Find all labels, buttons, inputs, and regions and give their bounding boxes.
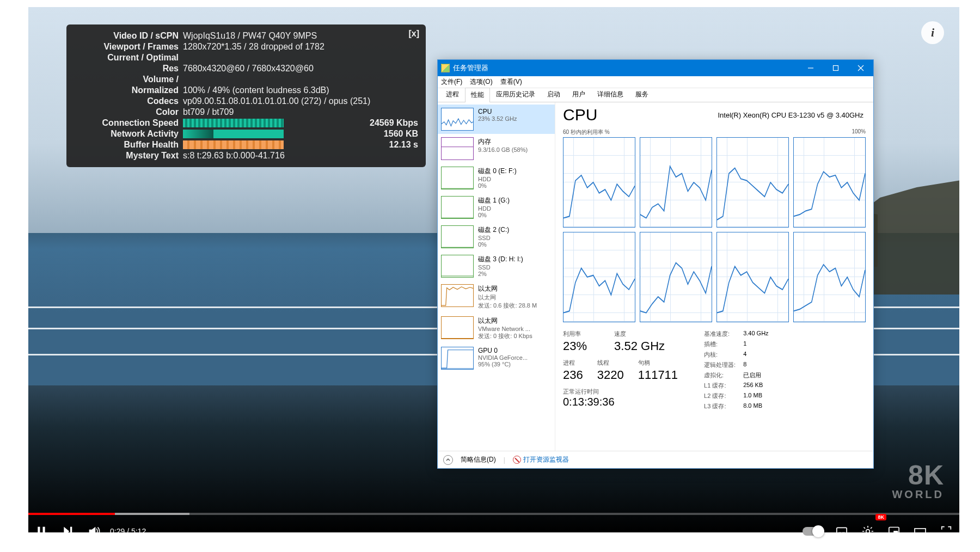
performance-list[interactable]: CPU23% 3.52 GHz内存9.3/16.0 GB (58%)磁盘 0 (…	[438, 102, 555, 451]
menu-item[interactable]: 选项(O)	[470, 77, 492, 87]
close-button[interactable]	[848, 60, 873, 76]
perf-item-1[interactable]: 内存9.3/16.0 GB (58%)	[438, 134, 555, 163]
pause-button[interactable]	[28, 518, 54, 544]
menu-item[interactable]: 查看(V)	[500, 77, 522, 87]
perf-thumb	[441, 167, 474, 189]
stat-value: 111711	[638, 368, 678, 382]
minimize-button[interactable]	[798, 60, 823, 76]
cpu-core-4	[563, 232, 635, 322]
perf-text: 磁盘 0 (E: F:)HDD0%	[478, 167, 517, 189]
perf-sub: 23% 3.52 GHz	[478, 115, 517, 122]
resmon-label[interactable]: 打开资源监视器	[523, 455, 569, 464]
perf-thumb	[441, 255, 474, 278]
perf-text: GPU 0NVIDIA GeForce...95% (39 °C)	[478, 347, 528, 367]
fullscreen-button[interactable]	[933, 518, 959, 544]
stats-close-button[interactable]: [x]	[408, 29, 419, 39]
perf-sub: HDD	[478, 176, 517, 182]
cpu-name: Intel(R) Xeon(R) CPU E3-1230 v5 @ 3.40GH…	[718, 111, 863, 119]
titlebar[interactable]: 任务管理器	[438, 60, 873, 76]
stats-for-nerds: [x] Video ID / sCPNWjopIqS1u18 / PW47 Q4…	[66, 24, 426, 167]
perf-title: GPU 0	[478, 347, 528, 354]
chart-label-left: 60 秒内的利用率 %	[563, 128, 610, 136]
menu-item[interactable]: 文件(F)	[441, 77, 462, 87]
stat-val: 256 KB	[743, 382, 768, 390]
chart-label-right: 100%	[852, 128, 866, 136]
time-display: 0:29 / 5:12	[110, 527, 146, 536]
seek-bar[interactable]	[28, 513, 959, 515]
stat-value: 236	[563, 368, 583, 382]
maximize-button[interactable]	[823, 60, 848, 76]
perf-title: CPU	[478, 108, 517, 115]
tab-1[interactable]: 性能	[465, 88, 490, 102]
perf-item-8[interactable]: GPU 0NVIDIA GeForce...95% (39 °C)	[438, 344, 555, 373]
tab-5[interactable]: 详细信息	[591, 87, 629, 102]
stats-label: Mystery Text	[74, 151, 183, 161]
svg-rect-4	[838, 532, 841, 533]
stats-sparkline	[183, 140, 284, 149]
stat-key: 虚拟化:	[704, 371, 736, 379]
cpu-stats-left: 利用率速度23%3.52 GHz进程线程句柄2363220111711正常运行时…	[563, 330, 678, 410]
video-info-button[interactable]: i	[921, 21, 944, 44]
miniplayer-button[interactable]	[881, 518, 907, 544]
perf-thumb	[441, 347, 474, 370]
tab-0[interactable]: 进程	[440, 87, 465, 102]
perf-sub: NVIDIA GeForce...	[478, 354, 528, 361]
perf-sub2: 0%	[478, 182, 517, 189]
seek-played	[28, 513, 115, 515]
stat-val: 3.40 GHz	[743, 330, 768, 338]
perf-sub2: 发送: 0 接收: 0 Kbps	[478, 332, 532, 340]
resmon-disabled-icon	[513, 456, 521, 464]
tab-3[interactable]: 启动	[541, 87, 566, 102]
perf-item-6[interactable]: 以太网以太网发送: 0.6 接收: 28.8 M	[438, 281, 555, 313]
stats-label: Buffer Health	[74, 140, 183, 150]
stats-tail: 24569 Kbps	[370, 118, 418, 128]
uptime-label: 正常运行时间	[563, 388, 678, 396]
player-controls: 0:29 / 5:12 8K	[28, 517, 959, 545]
task-manager-window[interactable]: 任务管理器 文件(F)选项(O)查看(V) 进程性能应用历史记录启动用户详细信息…	[437, 59, 874, 469]
perf-sub2: 95% (39 °C)	[478, 361, 528, 367]
svg-rect-5	[842, 532, 845, 533]
tab-2[interactable]: 应用历史记录	[490, 87, 541, 102]
resource-monitor-link[interactable]: 打开资源监视器	[513, 455, 569, 464]
less-details-button[interactable]: 简略信息(D)	[461, 455, 496, 464]
stat-val: 8.0 MB	[743, 402, 768, 410]
video-watermark: 8K WORLD	[892, 462, 944, 500]
stat-label: 速度	[614, 330, 678, 338]
stats-value: 7680x4320@60 / 7680x4320@60	[183, 64, 418, 73]
svg-rect-0	[38, 527, 40, 536]
stat-value: 23%	[563, 339, 600, 353]
stat-key: 基准速度:	[704, 330, 736, 338]
perf-item-3[interactable]: 磁盘 1 (G:)HDD0%	[438, 193, 555, 222]
stat-key: L2 缓存:	[704, 392, 736, 400]
perf-text: 磁盘 1 (G:)HDD0%	[478, 196, 510, 218]
next-button[interactable]	[54, 518, 81, 544]
perf-text: 磁盘 2 (C:)SSD0%	[478, 225, 509, 248]
settings-button[interactable]: 8K	[855, 518, 881, 544]
stats-value: 1280x720*1.35 / 28 dropped of 1782	[183, 42, 418, 52]
stats-label: Network Activity	[74, 129, 183, 139]
stats-value: bt709 / bt709	[183, 107, 418, 117]
perf-thumb	[441, 316, 474, 339]
stats-tail: 1560 KB	[384, 129, 418, 139]
app-icon	[441, 64, 450, 72]
quality-badge: 8K	[875, 514, 886, 520]
perf-item-0[interactable]: CPU23% 3.52 GHz	[438, 105, 555, 134]
tab-bar: 进程性能应用历史记录启动用户详细信息服务	[438, 88, 873, 102]
tab-4[interactable]: 用户	[566, 87, 591, 102]
stat-val: 4	[743, 351, 768, 359]
perf-item-7[interactable]: 以太网VMware Network ...发送: 0 接收: 0 Kbps	[438, 313, 555, 344]
stats-label: Current / Optimal	[74, 53, 183, 63]
perf-item-4[interactable]: 磁盘 2 (C:)SSD0%	[438, 222, 555, 252]
subtitles-button[interactable]	[829, 518, 855, 544]
tab-6[interactable]: 服务	[629, 87, 654, 102]
perf-title: 磁盘 3 (D: H: I:)	[478, 255, 523, 264]
perf-item-5[interactable]: 磁盘 3 (D: H: I:)SSD2%	[438, 252, 555, 281]
theater-button[interactable]	[907, 518, 933, 544]
autoplay-toggle[interactable]	[803, 527, 823, 536]
volume-button[interactable]	[81, 518, 107, 544]
watermark-main: 8K	[892, 462, 944, 489]
perf-item-2[interactable]: 磁盘 0 (E: F:)HDD0%	[438, 163, 555, 193]
stat-label: 利用率	[563, 330, 600, 338]
time-current: 0:29	[110, 527, 125, 536]
collapse-icon[interactable]	[443, 455, 453, 465]
